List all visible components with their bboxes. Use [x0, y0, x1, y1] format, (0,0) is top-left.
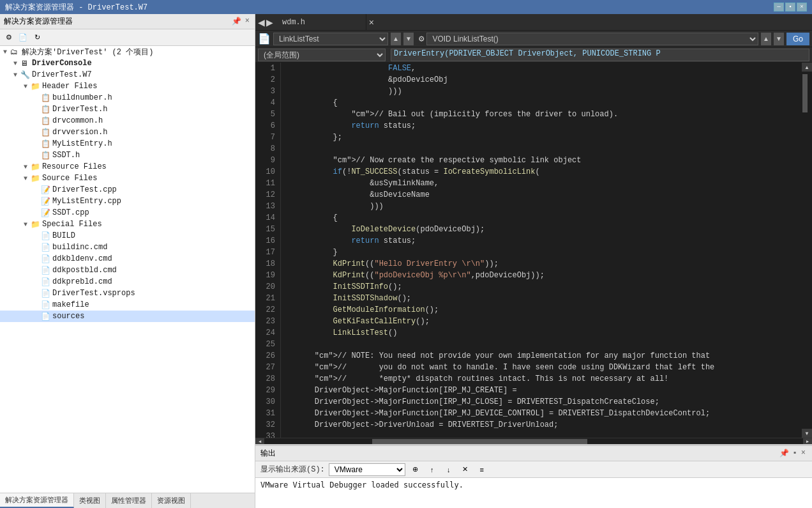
output-go-btn[interactable]: ⊕ [409, 463, 422, 476]
output-source-select[interactable]: VMware [329, 463, 405, 476]
tree-expander[interactable]: ▼ [20, 83, 31, 90]
editor-tab[interactable]: wdm.h [276, 14, 366, 31]
output-close-btn[interactable]: × [800, 449, 807, 458]
horizontal-scrollbar[interactable]: ◀ ▶ [255, 438, 812, 444]
tree-item-icon: 📄 [41, 277, 52, 287]
tree-item[interactable]: ▼📁Header Files [0, 81, 255, 92]
scroll-down-btn[interactable]: ▼ [802, 429, 812, 438]
tree-item[interactable]: 📄sources [0, 311, 255, 322]
scope-select[interactable]: (全局范围) [258, 49, 386, 61]
tree-item[interactable]: 📄ddkprebld.cmd [0, 276, 255, 288]
tree-item-icon: 📝 [41, 197, 52, 206]
close-btn[interactable]: × [797, 3, 807, 12]
tree-item[interactable]: ▼📁Resource Files [0, 161, 255, 173]
tree-item-label: ddkpostbld.cmd [52, 266, 117, 275]
tree-expander[interactable]: ▼ [10, 72, 20, 79]
tree-item[interactable]: 📋drvcommon.h [0, 115, 255, 127]
panel-close-btn[interactable]: × [244, 17, 251, 26]
function-scope-select[interactable]: LinkListTest [273, 33, 388, 45]
tree-item[interactable]: 📋DriverTest.h [0, 104, 255, 115]
code-lines[interactable]: FALSE, &pdoDeviceObj ))) { "cm">// Bail … [291, 63, 802, 438]
line-number: 30 [258, 396, 275, 408]
output-wrap-btn[interactable]: ≡ [476, 463, 488, 476]
tree-item[interactable]: 📝SSDT.cpp [0, 207, 255, 219]
panel-controls[interactable]: 📌 × [230, 17, 251, 26]
tree-item[interactable]: 📋drvversion.h [0, 127, 255, 138]
tree-item[interactable]: 📄BUILD [0, 230, 255, 242]
scroll-track[interactable] [802, 72, 812, 429]
line-number: 5 [258, 109, 275, 120]
output-float-btn[interactable]: ▪ [792, 449, 799, 458]
tab-scroll-right-btn[interactable]: ▶ [266, 17, 273, 27]
tree-item[interactable]: 📋SSDT.h [0, 150, 255, 161]
tree-item-label: DriverConsole [32, 59, 92, 68]
code-line: "cm">// Bail out (implicitly forces the … [296, 109, 797, 120]
tree-item[interactable]: 📄buildinc.cmd [0, 242, 255, 253]
tree-item[interactable]: 📋MyListEntry.h [0, 138, 255, 150]
tab-solution-explorer[interactable]: 解决方案资源管理器 [0, 493, 74, 508]
tree-item-label: SSDT.cpp [52, 208, 89, 217]
tree-item-icon: 🔧 [20, 70, 32, 80]
tree-expander[interactable]: ▼ [20, 164, 31, 171]
scroll-thumb[interactable] [802, 74, 808, 112]
solution-tree[interactable]: ▼🗂解决方案'DriverTest' (2 个项目)▼🖥DriverConsol… [0, 46, 255, 493]
float-btn[interactable]: ▪ [785, 3, 795, 12]
minimize-btn[interactable]: ─ [774, 3, 784, 12]
tree-item[interactable]: ▼📁Special Files [0, 219, 255, 230]
output-controls[interactable]: 📌 ▪ × [778, 449, 807, 458]
tree-item-icon: 📝 [41, 185, 52, 195]
function-sig-up-btn[interactable]: ▲ [761, 33, 771, 45]
tree-item[interactable]: ▼🗂解决方案'DriverTest' (2 个项目) [0, 46, 255, 58]
output-content: VMware Virtual Debugger loaded successfu… [255, 478, 812, 508]
scroll-left-btn[interactable]: ◀ [255, 438, 264, 445]
tree-item[interactable]: ▼📁Source Files [0, 173, 255, 184]
tab-property-manager[interactable]: 属性管理器 [106, 493, 152, 508]
scroll-h-thumb[interactable] [372, 439, 588, 444]
go-button[interactable]: Go [786, 33, 809, 45]
tree-expander[interactable]: ▼ [0, 49, 10, 56]
toolbar-show-all-btn[interactable]: 📄 [17, 31, 29, 44]
tree-item-label: makefile [52, 300, 89, 309]
line-number: 21 [258, 293, 275, 304]
tree-item[interactable]: 📄ddkpostbld.cmd [0, 265, 255, 276]
line-number: 20 [258, 281, 275, 293]
output-clear-btn[interactable]: ✕ [459, 463, 472, 476]
output-pin-btn[interactable]: 📌 [778, 449, 790, 458]
tree-item[interactable]: 📄ddkbldenv.cmd [0, 253, 255, 265]
tree-expander[interactable]: ▼ [10, 60, 20, 67]
tab-resource-view[interactable]: 资源视图 [152, 493, 191, 508]
tree-item[interactable]: 📄makefile [0, 299, 255, 311]
tree-item-icon: 📋 [41, 93, 52, 103]
tree-item[interactable]: ▼🔧DriverTest.W7 [0, 69, 255, 81]
tab-nav-buttons[interactable]: ◀ ▶ [255, 17, 276, 27]
vertical-scrollbar[interactable]: ▲ ▼ [802, 63, 812, 438]
tab-close-buttons[interactable]: × [366, 17, 377, 27]
tree-expander[interactable]: ▼ [20, 221, 31, 228]
code-editor[interactable]: 1234567891011121314151617181920212223242… [255, 63, 802, 438]
scroll-h-track[interactable] [264, 439, 803, 444]
tree-item[interactable]: ▼🖥DriverConsole [0, 58, 255, 69]
tab-class-view[interactable]: 类视图 [74, 493, 106, 508]
tree-item[interactable]: 📝DriverTest.cpp [0, 184, 255, 196]
tree-item[interactable]: 📋buildnumber.h [0, 92, 255, 104]
function-signature-select[interactable]: VOID LinkListTest() [426, 33, 758, 45]
tree-item-label: drvversion.h [52, 128, 107, 137]
code-content: 1234567891011121314151617181920212223242… [255, 63, 802, 438]
output-prev-btn[interactable]: ↑ [426, 463, 439, 476]
tree-item[interactable]: 📝MyListEntry.cpp [0, 196, 255, 207]
function-scope-up-btn[interactable]: ▲ [391, 33, 401, 45]
panel-pin-btn[interactable]: 📌 [230, 17, 243, 26]
tree-item[interactable]: 📄DriverTest.vsprops [0, 288, 255, 299]
toolbar-refresh-btn[interactable]: ↻ [31, 31, 43, 44]
tree-expander[interactable]: ▼ [20, 175, 31, 182]
tab-scroll-left-btn[interactable]: ◀ [258, 17, 265, 27]
function-scope-down-btn[interactable]: ▼ [403, 33, 414, 45]
tree-item-icon: 🗂 [10, 47, 22, 57]
scroll-right-btn[interactable]: ▶ [803, 438, 812, 445]
toolbar-properties-btn[interactable]: ⚙ [3, 31, 15, 44]
function-sig-down-btn[interactable]: ▼ [774, 33, 784, 45]
close-all-tabs-btn[interactable]: × [369, 17, 374, 27]
output-next-btn[interactable]: ↓ [442, 463, 455, 476]
scroll-up-btn[interactable]: ▲ [802, 63, 812, 72]
title-bar-buttons[interactable]: ─ ▪ × [774, 3, 807, 12]
